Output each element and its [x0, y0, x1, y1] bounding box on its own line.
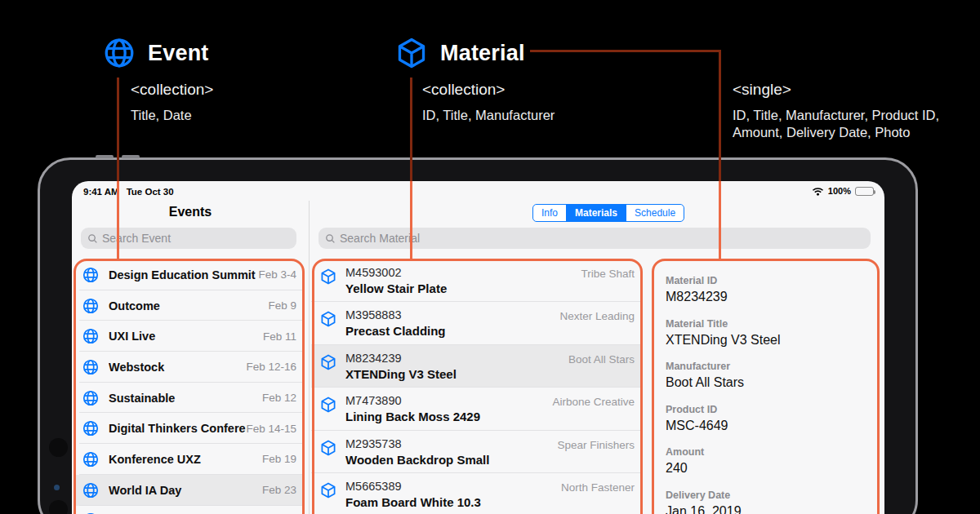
events-panel-title: Events	[72, 205, 309, 219]
single-connector-line	[719, 181, 721, 259]
materials-collection-outline	[312, 259, 643, 514]
single-connector-line	[530, 50, 721, 52]
annotation-material-type: <collection>	[422, 81, 505, 99]
front-camera	[49, 438, 68, 457]
material-connector-line	[410, 78, 412, 181]
segmented-control: Info Materials Schedule	[532, 204, 684, 222]
tab-materials[interactable]: Materials	[566, 205, 626, 221]
event-search-bar[interactable]	[81, 228, 296, 249]
status-bar-left: 9:41 AMTue Oct 30	[83, 187, 181, 197]
camera-lens	[49, 500, 68, 514]
event-globe-icon	[102, 36, 136, 70]
event-search-input[interactable]	[102, 232, 290, 245]
magnifier-icon	[325, 233, 336, 244]
battery-percent: 100%	[828, 186, 851, 196]
annotation-single-fields: ID, Title, Manufacturer, Product ID, Amo…	[733, 107, 939, 141]
panel-divider	[309, 201, 310, 514]
annotation-material-title: Material	[440, 36, 525, 70]
annotation-event-type: <collection>	[131, 81, 213, 99]
event-connector-line	[117, 181, 119, 259]
event-connector-line	[117, 78, 119, 181]
material-connector-line	[410, 181, 412, 259]
tab-info[interactable]: Info	[533, 205, 566, 221]
camera-sensor-dot	[54, 485, 60, 490]
annotation-event-title: Event	[148, 36, 209, 70]
stage: Event <collection> Title, Date Material …	[0, 0, 980, 514]
single-connector-line	[719, 50, 721, 181]
annotation-event-fields: Title, Date	[131, 107, 192, 124]
magnifier-icon	[87, 233, 98, 244]
material-search-bar[interactable]	[318, 228, 871, 249]
status-bar-right: 100%	[812, 186, 874, 196]
material-cube-icon	[394, 36, 429, 70]
wifi-icon	[812, 187, 824, 196]
battery-icon	[855, 187, 874, 196]
material-search-input[interactable]	[340, 232, 864, 245]
status-time: 9:41 AM	[83, 187, 119, 197]
tab-schedule[interactable]: Schedule	[626, 205, 684, 221]
events-collection-outline	[74, 259, 305, 514]
volume-up-button[interactable]	[96, 155, 114, 158]
annotation-single-type: <single>	[733, 81, 791, 99]
volume-down-button[interactable]	[122, 155, 140, 158]
annotation-material-fields: ID, Title, Manufacturer	[422, 107, 555, 124]
material-single-outline	[652, 259, 880, 514]
status-date: Tue Oct 30	[127, 187, 174, 197]
